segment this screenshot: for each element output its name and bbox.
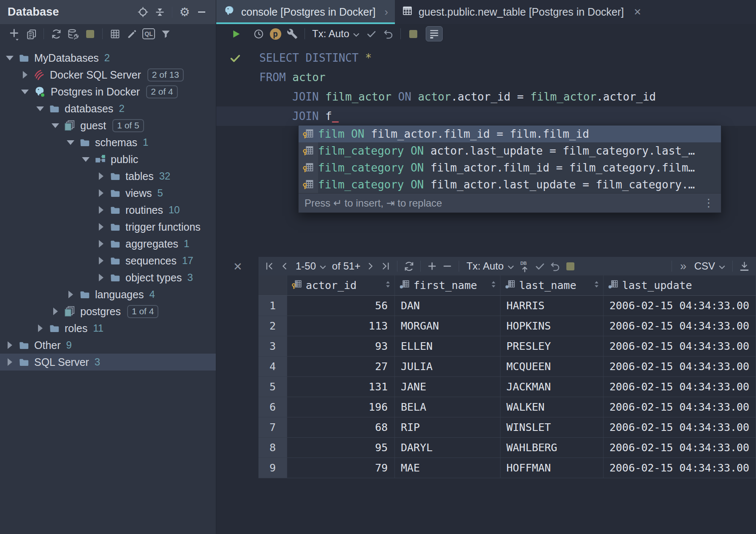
run-button[interactable]: [227, 26, 244, 41]
tree-item-object-types[interactable]: object types3: [0, 269, 216, 286]
column-header-last_name[interactable]: last_name: [500, 275, 604, 296]
cell-last-name[interactable]: JACKMAN: [500, 377, 604, 397]
tree-item-routines[interactable]: routines10: [0, 202, 216, 218]
cell-actor-id[interactable]: 79: [287, 458, 395, 478]
chevron-expanded-icon[interactable]: [35, 106, 46, 111]
tree-item-docker-sql-server[interactable]: Docker SQL Server2 of 13: [0, 66, 216, 83]
grid-view-button[interactable]: [106, 26, 123, 41]
collapse-all-button[interactable]: [151, 5, 168, 20]
cell-actor-id[interactable]: 93: [287, 336, 395, 357]
chevron-collapsed-icon[interactable]: [95, 172, 106, 180]
tree-item-aggregates[interactable]: aggregates1: [0, 235, 216, 252]
edit-button[interactable]: [123, 26, 140, 41]
cell-last-name[interactable]: WAHLBERG: [500, 438, 604, 458]
completion-item-film[interactable]: film ON film_actor.film_id = film.film_i…: [299, 125, 721, 142]
view-options-button[interactable]: [426, 26, 443, 41]
row-number[interactable]: 8: [258, 438, 287, 458]
chevron-expanded-icon[interactable]: [80, 157, 91, 162]
tree-item-postgres-in-docker[interactable]: Postgres in Docker2 of 4: [0, 83, 216, 100]
chevron-collapsed-icon[interactable]: [95, 223, 106, 231]
tree-item-trigger-functions[interactable]: trigger functions: [0, 218, 216, 235]
tab-console[interactable]: console [Postgres in Docker] ›: [216, 0, 395, 24]
row-number[interactable]: 6: [258, 397, 287, 417]
cell-last-update[interactable]: 2006-02-15 04:34:33.00: [604, 336, 756, 357]
cell-first-name[interactable]: DARYL: [395, 438, 500, 458]
cell-first-name[interactable]: RIP: [395, 417, 500, 438]
completion-item-film_category[interactable]: film_category ON actor.last_update = fil…: [299, 142, 721, 159]
tree-item-databases[interactable]: databases2: [0, 100, 216, 117]
completion-item-film_category[interactable]: film_category ON film_actor.film_id = fi…: [299, 159, 721, 176]
session-settings-button[interactable]: [284, 26, 301, 41]
add-row-button[interactable]: [424, 259, 440, 273]
refresh-button[interactable]: [48, 26, 65, 41]
cell-last-name[interactable]: HARRIS: [500, 296, 604, 316]
filter-button[interactable]: [157, 26, 174, 41]
history-button[interactable]: [250, 26, 267, 41]
cell-first-name[interactable]: ELLEN: [395, 336, 500, 357]
tree-item-languages[interactable]: languages4: [0, 286, 216, 303]
chevron-collapsed-icon[interactable]: [95, 274, 106, 281]
row-number[interactable]: 1: [258, 296, 287, 316]
cell-first-name[interactable]: MORGAN: [395, 316, 500, 336]
commit-button[interactable]: [533, 259, 548, 273]
chevron-collapsed-icon[interactable]: [95, 189, 106, 197]
chevron-expanded-icon[interactable]: [65, 140, 76, 145]
chevron-collapsed-icon[interactable]: [50, 308, 61, 315]
stop-button[interactable]: [405, 26, 422, 41]
tree-item-sequences[interactable]: sequences17: [0, 252, 216, 269]
row-number[interactable]: 3: [258, 336, 287, 357]
sql-editor[interactable]: SELECT DISTINCT *FROM actorJOIN film_act…: [216, 44, 756, 257]
page-size-dropdown[interactable]: 1-50: [292, 260, 329, 272]
rollback-button[interactable]: [548, 259, 563, 273]
more-actions-button[interactable]: »: [676, 259, 691, 273]
next-page-button[interactable]: [363, 259, 378, 273]
cell-last-name[interactable]: HOFFMAN: [500, 458, 604, 478]
cell-last-name[interactable]: MCQUEEN: [500, 357, 604, 377]
row-number[interactable]: 9: [258, 458, 287, 478]
chevron-right-icon[interactable]: ›: [384, 5, 388, 19]
cell-first-name[interactable]: BELA: [395, 397, 500, 417]
row-number[interactable]: 5: [258, 377, 287, 397]
cell-last-update[interactable]: 2006-02-15 04:34:33.00: [604, 296, 756, 316]
duplicate-button[interactable]: [23, 26, 40, 41]
tree-item-mydatabases[interactable]: MyDatabases2: [0, 49, 216, 66]
code-line-current[interactable]: JOIN f_: [216, 106, 756, 126]
reload-button[interactable]: [401, 259, 416, 273]
prev-page-button[interactable]: [277, 259, 292, 273]
chevron-collapsed-icon[interactable]: [95, 257, 106, 264]
cell-last-update[interactable]: 2006-02-15 04:34:33.00: [604, 357, 756, 377]
completion-item-film_category[interactable]: film_category ON film_actor.last_update …: [299, 176, 721, 193]
tx-mode-dropdown[interactable]: Tx: Auto: [309, 28, 363, 40]
cell-first-name[interactable]: JULIA: [395, 357, 500, 377]
chevron-collapsed-icon[interactable]: [4, 358, 15, 366]
cell-last-update[interactable]: 2006-02-15 04:34:33.00: [604, 397, 756, 417]
chevron-collapsed-icon[interactable]: [95, 240, 106, 248]
row-number[interactable]: 7: [258, 417, 287, 438]
stop-button[interactable]: [563, 259, 578, 273]
stop-button[interactable]: [82, 26, 98, 41]
row-number[interactable]: 4: [258, 357, 287, 377]
cell-actor-id[interactable]: 56: [287, 296, 395, 316]
delete-row-button[interactable]: [440, 259, 455, 273]
cell-actor-id[interactable]: 27: [287, 357, 395, 377]
cell-actor-id[interactable]: 68: [287, 417, 395, 438]
cell-first-name[interactable]: DAN: [395, 296, 500, 316]
cell-last-update[interactable]: 2006-02-15 04:34:33.00: [604, 377, 756, 397]
cell-last-update[interactable]: 2006-02-15 04:34:33.00: [604, 316, 756, 336]
download-button[interactable]: [737, 259, 752, 273]
tree-item-tables[interactable]: tables32: [0, 168, 216, 185]
code-line[interactable]: JOIN film_actor ON actor.actor_id = film…: [216, 87, 756, 106]
tree-item-schemas[interactable]: schemas1: [0, 134, 216, 151]
code-line[interactable]: SELECT DISTINCT *: [216, 48, 756, 68]
kebab-menu-icon[interactable]: ⋮: [703, 196, 714, 210]
tree-item-postgres[interactable]: postgres1 of 4: [0, 303, 216, 320]
tree-item-sql-server[interactable]: SQL Server3: [0, 354, 216, 371]
cell-last-update[interactable]: 2006-02-15 04:34:33.00: [604, 417, 756, 438]
commit-button[interactable]: [363, 26, 380, 41]
chevron-expanded-icon[interactable]: [4, 56, 15, 60]
cell-first-name[interactable]: JANE: [395, 377, 500, 397]
tree-item-roles[interactable]: roles11: [0, 320, 216, 337]
cell-last-name[interactable]: HOPKINS: [500, 316, 604, 336]
cell-actor-id[interactable]: 131: [287, 377, 395, 397]
chevron-expanded-icon[interactable]: [19, 90, 30, 94]
